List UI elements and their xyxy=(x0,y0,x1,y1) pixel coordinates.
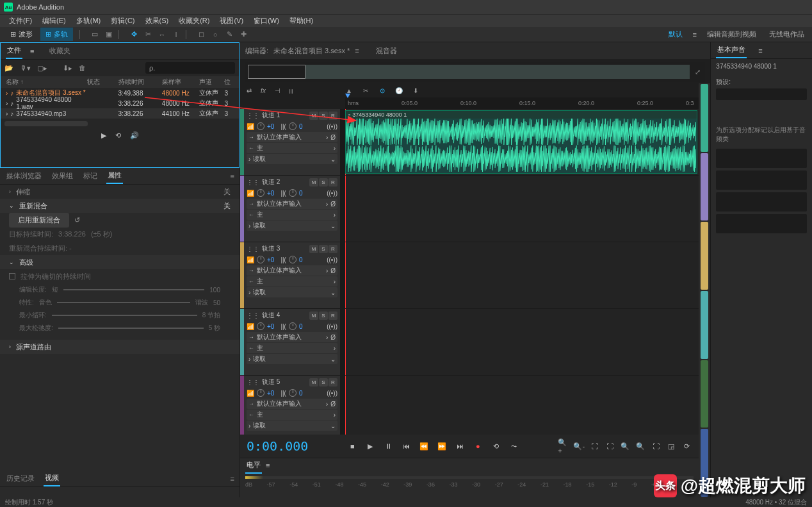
editor-tab-menu-icon[interactable]: ≡ xyxy=(355,47,359,54)
volume-knob[interactable] xyxy=(257,322,264,330)
pan-knob[interactable] xyxy=(289,256,296,263)
search-input[interactable]: ρ. xyxy=(145,62,235,74)
ess-slot-1[interactable] xyxy=(716,149,807,168)
output-route[interactable]: ←主› xyxy=(247,410,337,420)
marquee-tool[interactable]: ◻ xyxy=(195,29,207,40)
track-grip-icon[interactable]: ⋮⋮ xyxy=(247,245,259,253)
tt-fx-icon[interactable]: ⇄ xyxy=(244,85,254,96)
editor-file-name[interactable]: 未命名混音项目 3.sesx * xyxy=(273,46,350,56)
tab-effects-rack[interactable]: 效果组 xyxy=(51,169,74,183)
multitrack-mode-button[interactable]: 多轨 xyxy=(40,28,73,41)
maxslack-slider[interactable] xyxy=(58,328,204,329)
levels-menu-icon[interactable]: ≡ xyxy=(266,461,270,469)
time-select-tool[interactable]: I xyxy=(170,29,182,40)
play-button[interactable]: ▶ xyxy=(364,440,376,452)
volume-knob[interactable] xyxy=(257,389,264,397)
col-channel[interactable]: 声道 xyxy=(199,78,224,87)
remix-section[interactable]: 重新混合 xyxy=(19,201,47,211)
volume-knob[interactable] xyxy=(257,256,264,263)
record-button[interactable]: ● xyxy=(472,440,483,452)
menu-clip[interactable]: 剪辑(C) xyxy=(107,15,138,27)
new-file-icon[interactable]: ▢▸ xyxy=(37,64,47,72)
hist-menu-icon[interactable]: ≡ xyxy=(231,475,234,483)
output-route[interactable]: ←主› xyxy=(247,276,337,287)
file-row[interactable]: ›♪3745334940 48000 1.wav3:38.22648000 Hz… xyxy=(1,98,239,108)
tab-markers[interactable]: 标记 xyxy=(82,169,99,183)
move-tool[interactable]: ✥ xyxy=(128,29,140,40)
tt-fx2-icon[interactable]: fx xyxy=(258,85,268,96)
tab-essential-sound[interactable]: 基本声音 xyxy=(716,42,747,58)
col-status[interactable]: 状态 xyxy=(87,78,118,87)
menu-window[interactable]: 窗口(W) xyxy=(250,15,283,27)
col-samplerate[interactable]: 采样率 xyxy=(162,78,200,87)
brush-tool[interactable]: ✎ xyxy=(223,29,235,40)
menu-view[interactable]: 视图(V) xyxy=(216,15,247,27)
undo-icon[interactable]: ↺ xyxy=(74,216,80,224)
track-grip-icon[interactable]: ⋮⋮ xyxy=(247,179,259,186)
delete-icon[interactable]: 🗑 xyxy=(79,64,86,72)
razor-tool[interactable]: ✂ xyxy=(142,29,154,40)
zoom-sel-icon[interactable]: ⛶ xyxy=(604,440,615,452)
slip-tool[interactable]: ↔ xyxy=(156,29,168,40)
pan-knob[interactable] xyxy=(289,189,296,197)
zoom-toggle-icon[interactable]: ◲ xyxy=(665,440,677,452)
file-row[interactable]: ›♪3745334940.mp33:38.22644100 Hz立体声3 xyxy=(1,108,239,119)
tool-2[interactable]: ▣ xyxy=(103,29,115,40)
stretch-section[interactable]: 伸缩 xyxy=(16,187,30,197)
pan-value[interactable]: 0 xyxy=(299,256,303,263)
mono-icon[interactable]: ((•)) xyxy=(327,390,337,397)
arm-button[interactable]: R xyxy=(329,378,337,386)
skip-button[interactable]: ⤳ xyxy=(508,440,519,452)
menu-favorites[interactable]: 收藏夹(R) xyxy=(175,15,213,27)
input-route[interactable]: →默认立体声输入›Ø xyxy=(247,132,337,142)
tt-clock-icon[interactable]: 🕘 xyxy=(394,85,404,96)
pan-value[interactable]: 0 xyxy=(299,190,303,197)
workspace-radio[interactable]: 无线电作品 xyxy=(767,28,807,40)
track-grip-icon[interactable]: ⋮⋮ xyxy=(247,312,259,319)
menu-file[interactable]: 文件(F) xyxy=(5,15,36,27)
output-route[interactable]: ←主› xyxy=(247,343,337,353)
arm-button[interactable]: R xyxy=(329,112,337,120)
audio-clip[interactable]: ▫3745334940 48000 1 xyxy=(345,110,697,174)
tab-mixer[interactable]: 混音器 xyxy=(376,46,397,56)
track-lane[interactable] xyxy=(345,376,699,435)
solo-button[interactable]: S xyxy=(319,112,328,120)
input-route[interactable]: →默认立体声输入›Ø xyxy=(247,265,337,276)
mini-loop-icon[interactable]: ⟲ xyxy=(115,131,121,140)
mute-button[interactable]: M xyxy=(309,312,318,320)
read-mode[interactable]: ›读取⌄ xyxy=(247,420,337,431)
mini-autoplay-icon[interactable]: 🔊 xyxy=(130,131,139,140)
advanced-section[interactable]: 高级 xyxy=(19,258,33,267)
track-name[interactable]: 轨道 5 xyxy=(262,378,280,386)
solo-button[interactable]: S xyxy=(319,378,328,386)
volume-knob[interactable] xyxy=(257,122,264,130)
input-route[interactable]: →默认立体声输入›Ø xyxy=(247,199,337,209)
ess-slot-2[interactable] xyxy=(716,170,807,190)
insert-icon[interactable]: ⬇▸ xyxy=(63,64,72,72)
tt-marker-icon[interactable]: ⬇ xyxy=(410,85,421,96)
tt-eq-icon[interactable]: ⫼ xyxy=(286,85,296,96)
mini-play-icon[interactable]: ▶ xyxy=(101,131,106,140)
track-lane[interactable] xyxy=(345,242,699,308)
volume-value[interactable]: +0 xyxy=(267,256,274,263)
col-duration[interactable]: 持续时间 xyxy=(118,78,162,87)
loop-button[interactable]: ⟲ xyxy=(490,440,501,452)
track-name[interactable]: 轨道 3 xyxy=(262,244,280,253)
mono-icon[interactable]: ((•)) xyxy=(327,123,337,130)
overview-expand-icon[interactable]: ⤢ xyxy=(690,64,705,79)
pan-knob[interactable] xyxy=(289,122,296,130)
edit-len-slider[interactable] xyxy=(63,289,205,290)
track-grip-icon[interactable]: ⋮⋮ xyxy=(247,112,259,119)
tab-properties[interactable]: 属性 xyxy=(106,168,123,184)
volume-knob[interactable] xyxy=(257,189,264,197)
tab-levels[interactable]: 电平 xyxy=(245,458,262,474)
pan-value[interactable]: 0 xyxy=(299,323,303,330)
solo-button[interactable]: S xyxy=(319,312,328,320)
pan-knob[interactable] xyxy=(289,389,296,397)
playhead-marker[interactable] xyxy=(345,94,350,98)
ffwd-button[interactable]: ⏩ xyxy=(436,440,448,452)
overview-viewport[interactable] xyxy=(248,65,305,79)
record-file-icon[interactable]: 🎙▾ xyxy=(20,64,31,72)
tab-media-browser[interactable]: 媒体浏览器 xyxy=(5,169,43,183)
arm-button[interactable]: R xyxy=(329,178,337,187)
